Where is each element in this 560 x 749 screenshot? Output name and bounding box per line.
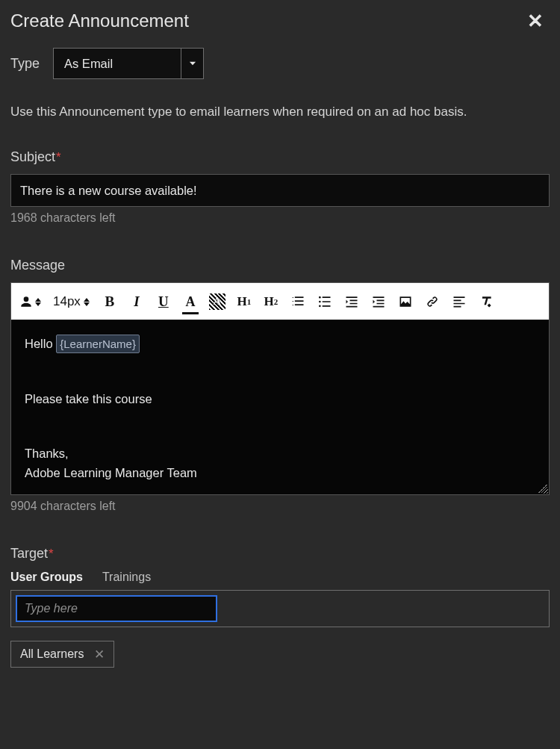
font-size-value: 14px [53,294,81,309]
close-icon[interactable]: ✕ [521,11,550,31]
svg-point-1 [319,301,321,303]
highlight-icon[interactable]: A [209,293,225,310]
underline-icon[interactable]: U [155,290,172,313]
subject-label: Subject* [10,149,550,165]
type-description: Use this Announcement type to email lear… [10,105,550,119]
font-color-icon[interactable]: A [182,290,199,313]
subject-input[interactable] [10,174,550,207]
editor-body[interactable]: Hello {LearnerName} Please take this cou… [11,320,549,494]
editor-toolbar: 14px B I U A A H1 H2 [11,283,549,320]
tab-trainings[interactable]: Trainings [102,571,151,584]
message-counter: 9904 characters left [10,500,550,513]
svg-point-0 [319,296,321,299]
rich-text-editor: 14px B I U A A H1 H2 [10,282,550,495]
link-icon[interactable] [424,290,441,313]
svg-point-2 [319,305,321,308]
font-size-picker[interactable]: 14px [53,290,91,313]
chevron-down-icon[interactable] [181,49,203,78]
type-select-value: As Email [54,49,181,78]
indent-icon[interactable] [370,290,387,313]
resize-handle-icon[interactable] [538,484,547,493]
dialog-header: Create Announcement ✕ [10,10,550,31]
target-search-input[interactable] [16,595,217,622]
outdent-icon[interactable] [343,290,360,313]
greeting-text: Hello [25,337,56,350]
italic-icon[interactable]: I [128,290,145,313]
user-icon[interactable] [19,290,43,313]
type-row: Type As Email [10,48,550,79]
target-label-text: Target [10,546,48,562]
heading1-icon[interactable]: H1 [236,290,252,313]
message-thanks: Thanks, [25,444,535,464]
subject-label-text: Subject [10,149,55,165]
align-icon[interactable] [451,290,467,313]
type-label: Type [10,56,40,72]
target-chip-all-learners[interactable]: All Learners ✕ [10,641,114,668]
remove-chip-icon[interactable]: ✕ [94,648,105,661]
target-tabs: User Groups Trainings [10,571,550,584]
message-signature: Adobe Learning Manager Team [25,464,535,483]
target-chip-label: All Learners [20,647,84,661]
type-select[interactable]: As Email [53,48,204,79]
learner-name-token[interactable]: {LearnerName} [56,335,140,353]
message-label: Message [10,258,550,273]
message-body-line: Please take this course [25,390,535,409]
required-asterisk: * [49,547,54,562]
dialog-title: Create Announcement [10,10,189,31]
create-announcement-dialog: Create Announcement ✕ Type As Email Use … [0,0,560,683]
unordered-list-icon[interactable] [317,290,333,313]
tab-user-groups[interactable]: User Groups [10,571,83,584]
image-icon[interactable] [397,290,414,313]
ordered-list-icon[interactable] [290,290,306,313]
bold-icon[interactable]: B [102,290,118,313]
required-asterisk: * [56,150,61,165]
clear-format-icon[interactable] [478,290,494,313]
target-input-wrap [10,590,550,627]
target-label: Target* [10,546,550,562]
subject-counter: 1968 characters left [10,211,550,225]
heading2-icon[interactable]: H2 [263,290,279,313]
